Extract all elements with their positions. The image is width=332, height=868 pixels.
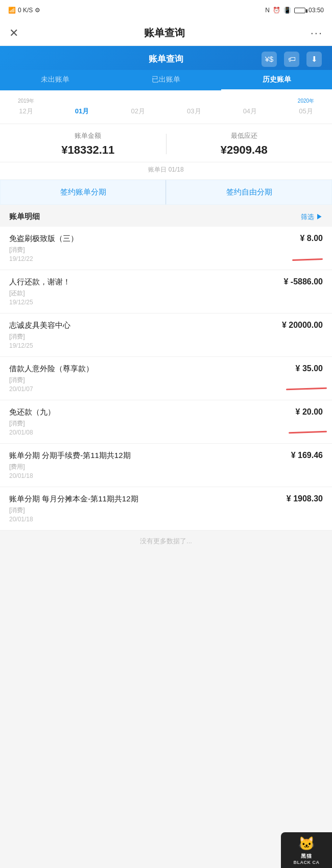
- table-row: 账单分期 分期手续费-第11期共12期 ¥ 169.46 [费用] 20/01/…: [0, 444, 332, 487]
- txn-date-6: 20/01/18: [9, 516, 323, 523]
- month-01[interactable]: 01月: [75, 105, 89, 117]
- txn-type-6: [消费]: [9, 506, 323, 515]
- data-speed: 0 K/S: [18, 7, 33, 14]
- txn-type-1: [还款]: [9, 289, 323, 298]
- txn-top-6: 账单分期 每月分摊本金-第11期共12期 ¥ 1908.30: [9, 494, 323, 504]
- txn-amount-6: ¥ 1908.30: [281, 494, 323, 503]
- month-col-04[interactable]: 04月: [237, 105, 263, 117]
- month-12[interactable]: 12月: [19, 105, 33, 117]
- table-row: 志诚皮具美容中心 ¥ 20000.00 [消费] 19/12/25: [0, 314, 332, 357]
- settings-icon: ⚙: [35, 7, 40, 14]
- cat-icon: 🐱: [298, 836, 315, 852]
- month-02[interactable]: 02月: [131, 105, 145, 117]
- txn-top-2: 志诚皮具美容中心 ¥ 20000.00: [9, 321, 323, 330]
- more-button[interactable]: ···: [311, 27, 323, 40]
- txn-type-4: [消费]: [9, 419, 323, 428]
- txn-name-0: 免盗刷极致版（三）: [9, 234, 295, 244]
- tab-unpaid[interactable]: 未出账单: [0, 70, 111, 90]
- txn-date-2: 19/12/25: [9, 342, 323, 349]
- txn-amount-2: ¥ 20000.00: [277, 321, 323, 330]
- txn-top-4: 免还款（九） ¥ 20.00: [9, 407, 323, 417]
- txn-type-0: [消费]: [9, 246, 323, 254]
- month-05[interactable]: 05月: [299, 105, 313, 117]
- table-row: 免盗刷极致版（三） ¥ 8.00 [消费] 19/12/22: [0, 227, 332, 270]
- txn-amount-3: ¥ 35.00: [291, 364, 323, 373]
- txn-amount-4: ¥ 20.00: [291, 407, 323, 417]
- txn-top-3: 借款人意外险（尊享款） ¥ 35.00: [9, 364, 323, 374]
- table-row: 借款人意外险（尊享款） ¥ 35.00 [消费] 20/01/07: [0, 357, 332, 400]
- txn-amount-5: ¥ 169.46: [286, 451, 323, 460]
- battery-icon: [294, 8, 305, 13]
- txn-name-3: 借款人意外险（尊享款）: [9, 364, 291, 374]
- header-title: 账单查询: [149, 53, 183, 65]
- section-title: 账单明细: [9, 212, 40, 222]
- txn-top-0: 免盗刷极致版（三） ¥ 8.00: [9, 234, 323, 244]
- txn-amount-0: ¥ 8.00: [295, 234, 323, 243]
- bill-amount-label: 账单金额: [10, 131, 166, 140]
- signal-icon: 📶: [8, 7, 16, 14]
- free-installment-button[interactable]: 签约自由分期: [166, 180, 332, 205]
- month-03[interactable]: 03月: [187, 105, 201, 117]
- table-row: 账单分期 每月分摊本金-第11期共12期 ¥ 1908.30 [消费] 20/0…: [0, 487, 332, 531]
- table-row: 人行还款，谢谢！ ¥ -5886.00 [还款] 19/12/25: [0, 270, 332, 314]
- tab-history[interactable]: 历史账单: [221, 70, 332, 90]
- month-col-12[interactable]: 2019年 12月: [13, 98, 39, 117]
- tag-icon[interactable]: 🏷: [284, 52, 299, 67]
- page-title: 账单查询: [144, 26, 185, 40]
- txn-date-1: 19/12/25: [9, 299, 323, 306]
- min-pay-label: 最低应还: [167, 131, 322, 140]
- close-button[interactable]: ✕: [9, 27, 18, 40]
- min-pay-section: 最低应还 ¥2909.48: [167, 131, 322, 157]
- no-more-data-text: 没有更多数据了...: [140, 537, 192, 545]
- installment-button[interactable]: 签约账单分期: [0, 180, 166, 205]
- txn-top-5: 账单分期 分期手续费-第11期共12期 ¥ 169.46: [9, 451, 323, 461]
- filter-button[interactable]: 筛选 ▶: [301, 212, 323, 222]
- tab-bar: 未出账单 已出账单 历史账单: [0, 70, 332, 90]
- header-icons: ¥$ 🏷 ⬇: [262, 52, 322, 67]
- txn-type-3: [消费]: [9, 376, 323, 384]
- watermark-text: 黑猫: [301, 853, 312, 860]
- txn-name-6: 账单分期 每月分摊本金-第11期共12期: [9, 494, 281, 504]
- blue-header: 账单查询 ¥$ 🏷 ⬇ 未出账单 已出账单 历史账单: [0, 46, 332, 90]
- txn-amount-1: ¥ -5886.00: [278, 277, 323, 286]
- month-col-03[interactable]: 03月: [181, 105, 207, 117]
- bill-date: 账单日 01/18: [0, 162, 332, 179]
- month-04[interactable]: 04月: [243, 105, 257, 117]
- bill-summary: 账单金额 ¥18332.11 最低应还 ¥2909.48: [0, 124, 332, 162]
- txn-top-1: 人行还款，谢谢！ ¥ -5886.00: [9, 277, 323, 287]
- nfc-icon: N: [265, 7, 270, 14]
- watermark-subtext: BLACK CA: [294, 860, 320, 865]
- year-2020-label: 2020年: [298, 98, 314, 105]
- action-buttons: 签约账单分期 签约自由分期: [0, 180, 332, 205]
- year-2019-label: 2019年: [18, 98, 34, 105]
- min-pay-value: ¥2909.48: [167, 143, 322, 157]
- month-selector: 2019年 12月 01月 02月 03月 04月 2020年 05月: [0, 90, 332, 124]
- transaction-list: 免盗刷极致版（三） ¥ 8.00 [消费] 19/12/22 人行还款，谢谢！ …: [0, 227, 332, 531]
- alarm-icon: ⏰: [273, 7, 280, 14]
- tab-paid[interactable]: 已出账单: [111, 70, 222, 90]
- bill-summary-wrapper: 账单金额 ¥18332.11 最低应还 ¥2909.48 账单日 01/18: [0, 124, 332, 179]
- footer-bar: 没有更多数据了...: [0, 531, 332, 552]
- time-display: 03:50: [309, 7, 324, 14]
- black-cat-watermark: 🐱 黑猫 BLACK CA: [281, 832, 332, 868]
- txn-name-5: 账单分期 分期手续费-第11期共12期: [9, 451, 286, 461]
- money-icon[interactable]: ¥$: [262, 52, 277, 67]
- status-right: N ⏰ 📳 03:50: [265, 7, 324, 14]
- header-top: 账单查询 ¥$ 🏷 ⬇: [0, 46, 332, 70]
- txn-date-3: 20/01/07: [9, 385, 323, 393]
- txn-date-4: 20/01/08: [9, 429, 323, 436]
- txn-date-0: 19/12/22: [9, 255, 323, 262]
- status-bar: 📶 0 K/S ⚙ N ⏰ 📳 03:50: [0, 0, 332, 20]
- txn-type-5: [费用]: [9, 463, 323, 471]
- month-row: 2019年 12月 01月 02月 03月 04月 2020年 05月: [8, 95, 324, 119]
- txn-type-2: [消费]: [9, 332, 323, 341]
- txn-date-5: 20/01/18: [9, 472, 323, 479]
- bill-amount-value: ¥18332.11: [10, 143, 166, 157]
- month-col-01[interactable]: 01月: [69, 105, 95, 117]
- month-col-02[interactable]: 02月: [125, 105, 151, 117]
- status-left: 📶 0 K/S ⚙: [8, 7, 40, 14]
- month-col-05[interactable]: 2020年 05月: [293, 98, 319, 117]
- table-row: 免还款（九） ¥ 20.00 [消费] 20/01/08: [0, 400, 332, 444]
- txn-name-1: 人行还款，谢谢！: [9, 277, 278, 287]
- download-icon[interactable]: ⬇: [306, 52, 322, 67]
